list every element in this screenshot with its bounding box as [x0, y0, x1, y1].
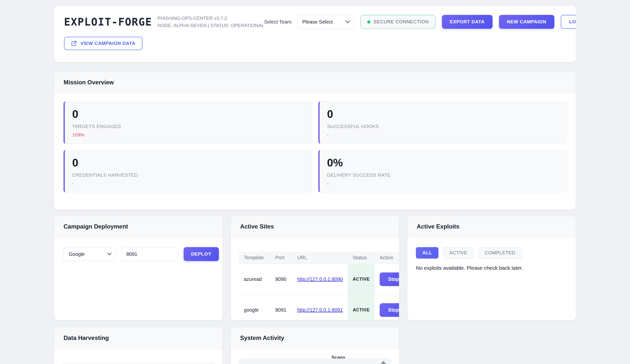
node-status: NODE: ALPHA-SEVEN | STATUS: OPERATIONAL	[158, 22, 264, 29]
app-subtitle: PHISHING-OPS-CENTER v3.7.2 NODE: ALPHA-S…	[158, 15, 264, 29]
table-header-row: Template Port URL Status Action	[239, 252, 399, 264]
stat-label: CREDENTIALS HARVESTED	[72, 172, 305, 178]
secure-connection-badge: SECURE CONNECTION	[360, 15, 435, 29]
stat-card-delivery-success-rate: 0% DELIVERY SUCCESS RATE -	[318, 150, 567, 192]
stat-label: TARGETS ENGAGED	[72, 124, 305, 129]
header-row2: VIEW CAMPAIGN DATA	[64, 37, 567, 50]
site-template: google	[239, 295, 270, 320]
site-template: azuread	[239, 264, 270, 295]
middle-row: Campaign Deployment Google DEPLOY Active…	[54, 216, 576, 320]
clipped-activity-label: Scans	[239, 355, 391, 358]
export-data-button[interactable]: EXPORT DATA	[442, 15, 492, 29]
active-exploits-header: Active Exploits	[408, 216, 576, 237]
stat-delta: 109%	[72, 132, 305, 138]
site-port: 8091	[270, 295, 292, 320]
site-port: 8090	[270, 264, 292, 295]
exploit-filter-tabs: ALL ACTIVE COMPLETED	[416, 247, 567, 258]
scroll-up-arrow-icon[interactable]	[380, 361, 386, 364]
data-harvesting-title: Data Harvesting	[64, 334, 109, 342]
template-select-wrap: Google	[64, 247, 116, 261]
empty-exploits-message: No exploits available. Please check back…	[416, 265, 567, 271]
view-campaign-data-label: VIEW CAMPAIGN DATA	[80, 41, 136, 46]
stat-label: DELIVERY SUCCESS RATE	[327, 172, 560, 178]
secure-connection-label: SECURE CONNECTION	[374, 19, 428, 24]
team-select[interactable]: Please Select	[297, 15, 354, 29]
template-select[interactable]: Google	[64, 247, 116, 261]
view-campaign-data-button[interactable]: VIEW CAMPAIGN DATA	[64, 37, 142, 50]
column-header-status: Status	[348, 252, 374, 264]
mission-overview-panel: Mission Overview 0 TARGETS ENGAGED 109% …	[54, 72, 576, 210]
tab-active[interactable]: ACTIVE	[443, 247, 474, 258]
active-exploits-body: ALL ACTIVE COMPLETED No exploits availab…	[408, 237, 576, 271]
activity-log-box	[239, 358, 391, 364]
external-link-icon	[71, 40, 77, 46]
stat-delta: -	[72, 181, 305, 186]
active-sites-body: Template Port URL Status Action azuread …	[231, 237, 399, 320]
stat-card-successful-hooks: 0 SUCCESSFUL HOOKS -	[318, 101, 567, 144]
stat-card-credentials-harvested: 0 CREDENTIALS HARVESTED -	[64, 150, 312, 192]
table-row: azuread 8090 http://127.0.0.1:8090 ACTIV…	[239, 264, 399, 295]
deploy-button[interactable]: DEPLOY	[184, 247, 219, 261]
app-logo: EXPLOIT-FORGE	[64, 16, 152, 28]
site-url-link[interactable]: http://127.0.0.1:8091	[297, 307, 343, 313]
header-controls: SECURE CONNECTION EXPORT DATA NEW CAMPAI…	[360, 15, 576, 29]
bottom-row-empty-cell	[408, 328, 576, 364]
stat-value: 0%	[327, 156, 560, 169]
data-harvesting-body	[54, 348, 222, 364]
system-activity-title: System Activity	[240, 334, 284, 342]
new-campaign-button[interactable]: NEW CAMPAIGN	[499, 15, 554, 29]
stat-value: 0	[72, 108, 305, 120]
stat-label: SUCCESSFUL HOOKS	[327, 124, 560, 129]
stop-site-button[interactable]: Stop	[380, 303, 399, 317]
header-row: EXPLOIT-FORGE PHISHING-OPS-CENTER v3.7.2…	[64, 15, 567, 29]
campaign-deployment-header: Campaign Deployment	[54, 216, 222, 237]
mission-overview-body: 0 TARGETS ENGAGED 109% 0 SUCCESSFUL HOOK…	[54, 93, 576, 192]
column-header-action: Action	[375, 252, 399, 264]
status-dot-icon	[367, 20, 370, 24]
system-activity-header: System Activity	[231, 328, 399, 348]
active-sites-title: Active Sites	[240, 223, 274, 230]
active-sites-panel: Active Sites Template Port URL Status Ac…	[231, 216, 399, 320]
stat-delta: -	[327, 132, 560, 138]
tab-completed[interactable]: COMPLETED	[478, 247, 522, 258]
active-exploits-panel: Active Exploits ALL ACTIVE COMPLETED No …	[408, 216, 576, 320]
site-status-badge: ACTIVE	[348, 295, 374, 320]
bottom-row: Data Harvesting System Activity Scans	[54, 328, 576, 364]
active-exploits-title: Active Exploits	[416, 223, 459, 230]
stop-site-button[interactable]: Stop	[380, 272, 399, 286]
stat-card-targets-engaged: 0 TARGETS ENGAGED 109%	[64, 101, 312, 144]
team-select-label: Select Team:	[264, 19, 292, 25]
table-row: google 8091 http://127.0.0.1:8091 ACTIVE…	[239, 295, 399, 320]
site-status-badge: ACTIVE	[348, 264, 374, 295]
stat-value: 0	[72, 156, 305, 169]
campaign-deployment-panel: Campaign Deployment Google DEPLOY	[54, 216, 222, 320]
active-sites-table: Template Port URL Status Action azuread …	[239, 252, 399, 320]
harvest-table-header-strip	[62, 362, 215, 364]
logout-button[interactable]: LOGOUT	[561, 15, 576, 29]
team-select-wrap: Please Select	[297, 15, 354, 29]
data-harvesting-panel: Data Harvesting	[54, 328, 222, 364]
mission-overview-header: Mission Overview	[54, 72, 576, 93]
stat-grid: 0 TARGETS ENGAGED 109% 0 SUCCESSFUL HOOK…	[64, 101, 567, 192]
dashboard-page: EXPLOIT-FORGE PHISHING-OPS-CENTER v3.7.2…	[0, 0, 630, 364]
campaign-deployment-body: Google DEPLOY	[54, 237, 222, 261]
stat-value: 0	[327, 108, 560, 120]
column-header-port: Port	[270, 252, 292, 264]
data-harvesting-header: Data Harvesting	[54, 328, 222, 348]
tab-all[interactable]: ALL	[416, 247, 438, 258]
column-header-url: URL	[292, 252, 348, 264]
system-activity-panel: System Activity Scans	[231, 328, 399, 364]
system-activity-body: Scans	[231, 348, 399, 364]
team-select-group: Select Team: Please Select	[264, 15, 354, 29]
column-header-template: Template	[239, 252, 270, 264]
active-sites-header: Active Sites	[231, 216, 399, 237]
port-input[interactable]	[121, 247, 178, 261]
app-title: PHISHING-OPS-CENTER v3.7.2	[158, 15, 264, 22]
site-url-link[interactable]: http://127.0.0.1:8090	[297, 276, 343, 282]
mission-overview-title: Mission Overview	[64, 79, 114, 86]
header-card: EXPLOIT-FORGE PHISHING-OPS-CENTER v3.7.2…	[54, 6, 576, 62]
campaign-deployment-title: Campaign Deployment	[64, 223, 128, 230]
stat-delta: -	[327, 181, 560, 186]
